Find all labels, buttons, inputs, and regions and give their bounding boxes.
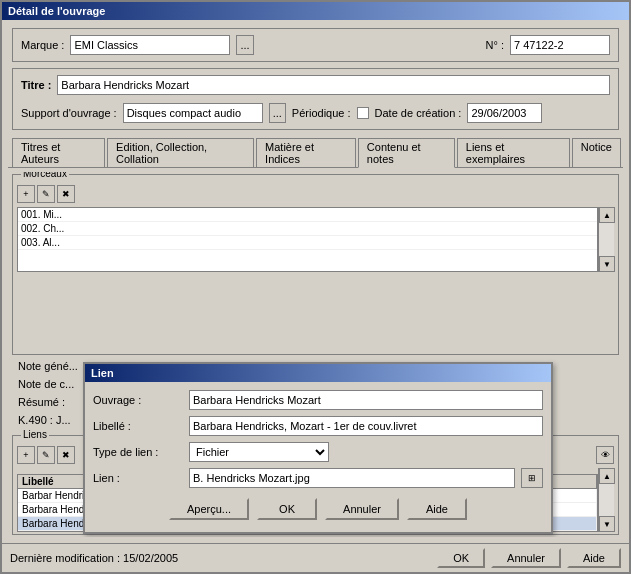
morceaux-scrollbar[interactable]: ▲ ▼ [598,207,614,272]
morceaux-add-btn[interactable]: + [17,185,35,203]
resume-label: Résumé : [18,396,88,408]
top-fields: Marque : ... N° : [12,28,619,62]
modal-type-select[interactable]: Fichier URL Autre [189,442,329,462]
note-generale-label: Note géné... [18,360,88,372]
scroll-up-btn[interactable]: ▲ [599,468,615,484]
periodique-label: Périodique : [292,107,351,119]
derniere-modif: Dernière modification : 15/02/2005 [10,552,178,564]
tab-content-area: Morceaux + ✎ ✖ 001. Mi... 002. Ch... 003… [8,172,623,537]
modal-annuler-btn[interactable]: Annuler [325,498,399,520]
numero-label: N° : [486,39,504,51]
tab-titres[interactable]: Titres et Auteurs [12,138,105,167]
modal-lien-label: Lien : [93,472,183,484]
note-de-c-label: Note de c... [18,378,88,390]
list-item: 001. Mi... [18,208,597,222]
lien-browse-btn[interactable]: ⊞ [521,468,543,488]
morceaux-label: Morceaux [21,172,69,179]
modal-lien-input[interactable] [189,468,515,488]
list-item: 003. Al... [18,236,597,250]
morceaux-group: Morceaux + ✎ ✖ 001. Mi... 002. Ch... 003… [12,174,619,355]
tabs-bar: Titres et Auteurs Edition, Collection, C… [8,134,623,168]
periodique-checkbox[interactable] [357,107,369,119]
scroll-track [599,484,614,516]
main-window: Détail de l'ouvrage Marque : ... N° : Ti… [0,0,631,574]
scroll-down-btn[interactable]: ▼ [599,256,615,272]
marque-row: Marque : ... N° : [17,33,614,57]
bottom-aide-btn[interactable]: Aide [567,548,621,568]
apercu-btn[interactable]: Aperçu... [169,498,249,520]
bottom-buttons: OK Annuler Aide [437,548,621,568]
scroll-track [599,223,614,256]
scroll-up-btn[interactable]: ▲ [599,207,615,223]
lien-modal: Lien Ouvrage : Libellé : Type de lien : [83,362,553,534]
support-input[interactable] [123,103,263,123]
marque-browse-btn[interactable]: ... [236,35,253,55]
bottom-bar: Dernière modification : 15/02/2005 OK An… [2,543,629,572]
support-label: Support d'ouvrage : [21,107,117,119]
numero-input[interactable] [510,35,610,55]
marque-input[interactable] [70,35,230,55]
modal-ok-btn[interactable]: OK [257,498,317,520]
bottom-ok-btn[interactable]: OK [437,548,485,568]
tab-notice[interactable]: Notice [572,138,621,167]
modal-libelle-label: Libellé : [93,420,183,432]
tab-liens[interactable]: Liens et exemplaires [457,138,570,167]
liens-edit-btn[interactable]: ✎ [37,446,55,464]
tab-contenu[interactable]: Contenu et notes [358,138,455,168]
list-item: 002. Ch... [18,222,597,236]
title-bar: Détail de l'ouvrage [2,2,629,20]
window-content: Marque : ... N° : Titre : Support d'ouvr… [2,20,629,543]
modal-type-label: Type de lien : [93,446,183,458]
liens-scrollbar[interactable]: ▲ ▼ [598,468,614,532]
support-browse-btn[interactable]: ... [269,103,286,123]
bottom-annuler-btn[interactable]: Annuler [491,548,561,568]
tab-edition[interactable]: Edition, Collection, Collation [107,138,254,167]
liens-del-btn[interactable]: ✖ [57,446,75,464]
window-title: Détail de l'ouvrage [8,5,105,17]
modal-ouvrage-input[interactable] [189,390,543,410]
modal-ouvrage-label: Ouvrage : [93,394,183,406]
liens-view-btn[interactable]: 👁 [596,446,614,464]
k490-label: K.490 : J... [18,414,88,426]
modal-ouvrage-row: Ouvrage : [93,390,543,410]
scroll-down-btn[interactable]: ▼ [599,516,615,532]
morceaux-edit-btn[interactable]: ✎ [37,185,55,203]
morceaux-del-btn[interactable]: ✖ [57,185,75,203]
titre-label: Titre : [21,79,51,91]
support-row: Support d'ouvrage : ... Périodique : Dat… [17,101,614,125]
modal-buttons: Aperçu... OK Annuler Aide [93,494,543,524]
tab-matiere[interactable]: Matière et Indices [256,138,356,167]
liens-add-btn[interactable]: + [17,446,35,464]
date-creation-label: Date de création : [375,107,462,119]
marque-label: Marque : [21,39,64,51]
modal-type-row: Type de lien : Fichier URL Autre [93,442,543,462]
modal-libelle-row: Libellé : [93,416,543,436]
titre-support-section: Titre : Support d'ouvrage : ... Périodiq… [12,68,619,130]
modal-title-text: Lien [91,367,114,379]
modal-aide-btn[interactable]: Aide [407,498,467,520]
morceaux-toolbar: + ✎ ✖ [17,185,614,203]
modal-libelle-input[interactable] [189,416,543,436]
liens-label: Liens [21,429,49,440]
titre-row: Titre : [17,73,614,97]
morceaux-list: 001. Mi... 002. Ch... 003. Al... [17,207,598,272]
morceaux-list-area: 001. Mi... 002. Ch... 003. Al... ▲ ▼ [17,207,614,272]
date-creation-input[interactable] [467,103,542,123]
titre-input[interactable] [57,75,610,95]
modal-lien-row: Lien : ⊞ [93,468,543,488]
modal-title-bar: Lien [85,364,551,382]
modal-content: Ouvrage : Libellé : Type de lien : Fichi… [85,382,551,532]
